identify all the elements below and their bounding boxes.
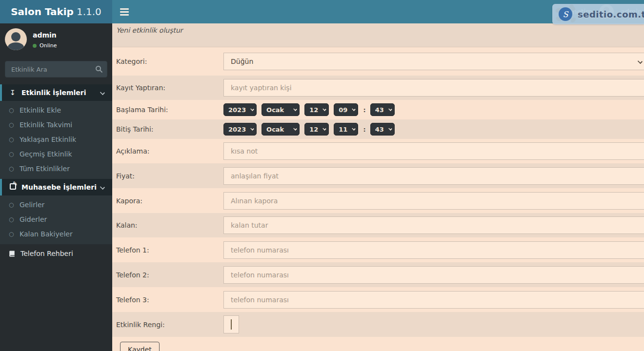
etkinlik-rengi-color-input[interactable] (223, 315, 239, 333)
kayit-yaptiran-input[interactable] (223, 79, 644, 97)
end-year-select[interactable]: 2023 (223, 123, 257, 136)
telefon2-input[interactable] (223, 266, 644, 284)
circle-icon: ○ (9, 216, 20, 223)
start-year-select[interactable]: 2023 (223, 103, 257, 116)
hamburger-icon[interactable] (119, 7, 130, 17)
field-label: Telefon 2: (116, 271, 223, 279)
watermark-text: seditio.com.tr (578, 9, 644, 20)
kalan-input[interactable] (223, 216, 644, 234)
field-label: Kategori: (116, 58, 223, 65)
circle-icon: ○ (9, 165, 20, 172)
sidebar-item-telefon-rehberi[interactable]: Telefon Rehberi (0, 244, 112, 263)
field-label: Telefon 1: (116, 246, 223, 254)
sidebar-item-etkinlik-takvimi[interactable]: ○Etkinlik Takvimi (0, 117, 112, 132)
field-label: Açıklama: (116, 147, 223, 155)
end-month-select[interactable]: Ocak (262, 123, 300, 136)
sidebar-user-name: admin (33, 31, 57, 39)
sidebar-item-tum-etkinlikler[interactable]: ○Tüm Etkinlikler (0, 161, 112, 176)
circle-icon: ○ (9, 136, 20, 143)
top-header: Salon Takip 1.1.0 Yönetim admin S sediti… (0, 0, 644, 23)
main-content: Yeni etkinlik oluştur Kategori: Düğün Ka… (112, 23, 644, 351)
field-label: Fiyat: (116, 172, 223, 180)
book-icon (8, 250, 16, 257)
edit-icon (10, 183, 21, 191)
circle-icon: ○ (9, 151, 20, 157)
telefon1-input[interactable] (223, 241, 644, 259)
user-status: Online (33, 42, 57, 49)
form-row: Kaydet (112, 337, 644, 351)
start-hour-select[interactable]: 09 (334, 103, 358, 116)
form-row: Telefon 1: (112, 237, 644, 262)
circle-icon: ○ (9, 107, 20, 114)
field-label: Kalan: (116, 221, 223, 229)
sidebar-item-giderler[interactable]: ○Giderler (0, 212, 112, 227)
field-label: Kapora: (116, 197, 223, 205)
page-title: Yeni etkinlik oluştur (112, 23, 644, 47)
circle-icon: ○ (9, 121, 20, 128)
sidebar: admin Online ↧ Etkinlik İşlemleri ○Etkin… (0, 23, 112, 351)
start-minute-select[interactable]: 43 (370, 103, 395, 116)
fiyat-input[interactable] (223, 167, 644, 185)
chevron-down-icon (100, 90, 105, 95)
app-logo[interactable]: Salon Takip 1.1.0 (0, 0, 112, 23)
form-row: Fiyat: (112, 163, 644, 188)
app-name: Salon Takip (11, 6, 74, 18)
kategori-select[interactable]: Düğün (223, 53, 644, 70)
end-day-select[interactable]: 12 (304, 123, 329, 136)
seditio-watermark: S seditio.com.tr (552, 4, 644, 24)
form-row: Kayıt Yaptıran: (112, 76, 644, 100)
field-label: Bitiş Tarihi: (116, 125, 223, 133)
turtle-logo-icon: S (555, 4, 577, 24)
form-row: Bitiş Tarihi: 2023 Ocak 12 11 : 43 (112, 119, 644, 139)
sidebar-group-muhasebe-islemleri[interactable]: Muhasebe İşlemleri (0, 179, 112, 195)
form-row: Telefon 3: (112, 287, 644, 312)
end-minute-select[interactable]: 43 (370, 123, 395, 136)
kapora-input[interactable] (223, 192, 644, 210)
online-dot-icon (33, 44, 37, 48)
sidebar-item-gecmis-etkinlik[interactable]: ○Geçmiş Etkinlik (0, 147, 112, 161)
field-label: Etkinlik Rengi: (116, 321, 223, 329)
end-hour-select[interactable]: 11 (334, 123, 358, 136)
field-label: Telefon 3: (116, 296, 223, 304)
circle-icon: ○ (9, 201, 20, 208)
color-swatch (231, 319, 232, 330)
form-row: Etkinlik Rengi: (112, 312, 644, 337)
start-month-select[interactable]: Ocak (262, 103, 300, 116)
field-label: Kayıt Yaptıran: (116, 84, 223, 92)
save-button[interactable]: Kaydet (120, 342, 160, 351)
form-row: Kategori: Düğün (112, 47, 644, 76)
field-label: Başlama Tarihi: (116, 106, 223, 114)
form-row: Kapora: (112, 188, 644, 213)
chevron-down-icon (100, 185, 105, 190)
circle-icon: ○ (9, 231, 20, 237)
sidebar-group-etkinlik-islemleri[interactable]: ↧ Etkinlik İşlemleri (0, 84, 112, 101)
start-day-select[interactable]: 12 (304, 103, 329, 116)
telefon3-input[interactable] (223, 291, 644, 309)
sidebar-item-etkinlik-ekle[interactable]: ○Etkinlik Ekle (0, 103, 112, 117)
search-input[interactable] (5, 61, 107, 78)
form-row: Telefon 2: (112, 262, 644, 287)
sidebar-item-kalan-bakiyeler[interactable]: ○Kalan Bakiyeler (0, 227, 112, 241)
search-icon[interactable] (94, 64, 104, 75)
form-row: Açıklama: (112, 139, 644, 163)
level-down-icon: ↧ (10, 89, 21, 97)
aciklama-input[interactable] (223, 142, 644, 160)
form-row: Başlama Tarihi: 2023 Ocak 12 09 : 43 (112, 100, 644, 119)
app-version: 1.1.0 (77, 6, 101, 18)
sidebar-item-gelirler[interactable]: ○Gelirler (0, 197, 112, 212)
form-row: Kalan: (112, 213, 644, 237)
sidebar-avatar (5, 28, 27, 50)
sidebar-item-yaklasan-etkinlik[interactable]: ○Yaklaşan Etkinlik (0, 132, 112, 147)
user-panel: admin Online (0, 23, 112, 55)
